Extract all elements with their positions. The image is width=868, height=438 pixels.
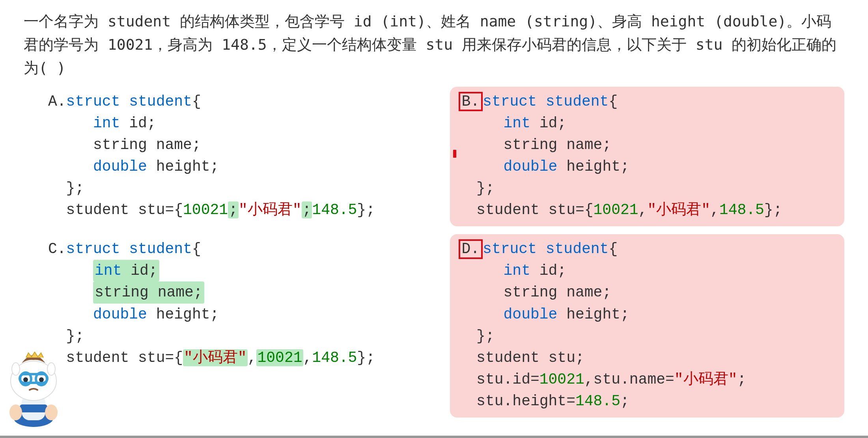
option-c-code: C.struct student{ int id; string name; d… — [48, 238, 426, 369]
highlight-str-order: "小码君" — [183, 349, 248, 366]
highlight-string-name: string name; — [93, 281, 204, 303]
red-mark-icon — [453, 150, 456, 158]
highlight-num-order: 10021 — [256, 349, 303, 366]
bottom-border — [0, 436, 868, 438]
option-a-code: A.struct student{ int id; string name; d… — [48, 91, 426, 221]
svg-point-10 — [39, 377, 44, 382]
svg-point-11 — [12, 363, 20, 375]
highlight-semicolon-2: ; — [302, 201, 312, 218]
svg-point-4 — [45, 404, 58, 420]
svg-rect-2 — [20, 404, 47, 412]
question-stem: 一个名字为 student 的结构体类型，包含学号 id (int)、姓名 na… — [24, 10, 844, 80]
svg-point-3 — [9, 404, 22, 420]
option-b[interactable]: B.struct student{ int id; string name; d… — [450, 87, 845, 227]
highlight-int-id: int id; — [93, 260, 159, 281]
option-d-code: D.struct student{ int id; string name; d… — [459, 238, 836, 412]
option-c[interactable]: C.struct student{ int id; string name; d… — [39, 234, 434, 374]
svg-point-12 — [47, 363, 55, 375]
option-d-label-box: D. — [459, 239, 483, 259]
options-grid: A.struct student{ int id; string name; d… — [24, 87, 844, 417]
option-b-code: B.struct student{ int id; string name; d… — [459, 91, 836, 221]
option-b-label-box: B. — [459, 92, 483, 112]
option-d[interactable]: D.struct student{ int id; string name; d… — [450, 234, 845, 417]
highlight-semicolon-1: ; — [228, 201, 239, 218]
svg-point-9 — [23, 377, 28, 382]
option-a[interactable]: A.struct student{ int id; string name; d… — [39, 87, 434, 227]
mascot-icon — [0, 343, 67, 430]
